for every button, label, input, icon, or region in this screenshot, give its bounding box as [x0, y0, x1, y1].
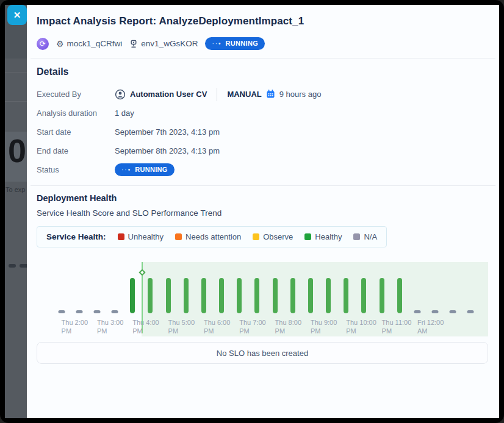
na-dash — [414, 310, 420, 313]
health-bar — [184, 278, 189, 313]
detail-label: End date — [37, 146, 115, 155]
legend-title: Service Health: — [46, 232, 106, 241]
detail-row-start-date: Start date September 7th 2023, 4:13 pm — [37, 123, 489, 141]
na-dash — [58, 310, 65, 313]
detail-label: Start date — [37, 127, 115, 137]
health-bar — [254, 278, 259, 313]
detail-value: ··• RUNNING — [115, 163, 175, 176]
detail-row-end-date: End date September 8th 2023, 4:13 pm — [37, 141, 489, 160]
x-axis-tick-label: Thu 7:00PM — [239, 318, 265, 335]
detail-value: September 8th 2023, 4:13 pm — [115, 146, 220, 155]
slo-empty-state: No SLO has been created — [37, 342, 488, 364]
health-bar — [380, 278, 384, 313]
status-badge: ··• RUNNING — [115, 163, 175, 176]
health-bar — [326, 278, 331, 313]
legend-label: Healthy — [315, 232, 342, 241]
health-bar — [166, 278, 171, 313]
user-icon — [115, 89, 126, 100]
na-dash — [76, 310, 82, 313]
legend-item: Healthy — [304, 232, 342, 241]
legend-item: N/A — [353, 232, 377, 241]
health-bar — [130, 278, 135, 313]
value-divider — [217, 88, 217, 101]
impact-analysis-modal: Impact Analysis Report: AnalyzeDeploymen… — [27, 5, 499, 418]
meta-row: ⟳ ⚙ mock1_qCRfwi env1_wGsKOR ··• — [37, 37, 487, 58]
legend-swatch-icon — [175, 233, 182, 240]
status-badge-label: RUNNING — [226, 40, 258, 47]
x-axis-tick-label: Thu 5:00PM — [168, 318, 195, 335]
backdrop-dash — [20, 264, 27, 268]
health-bar — [219, 278, 224, 313]
screenshot-frame: 0 To exp ✕ Impact Analysis Report: Analy… — [0, 0, 504, 423]
close-icon: ✕ — [13, 10, 21, 21]
backdrop-big-number: 0 — [8, 134, 26, 167]
backdrop-dash — [9, 264, 16, 268]
health-bar — [290, 278, 295, 313]
environment-name: env1_wGsKOR — [141, 39, 198, 48]
na-dash — [432, 310, 439, 313]
legend-items: UnhealthyNeeds attentionObserveHealthyN/… — [118, 232, 378, 241]
detail-label: Analysis duration — [37, 108, 115, 118]
legend-label: N/A — [364, 232, 377, 241]
deployment-health-heading: Deployment Health — [37, 193, 488, 203]
na-dash — [450, 310, 456, 313]
legend-swatch-icon — [118, 233, 124, 240]
x-axis-tick-label: Thu 11:00PM — [382, 318, 412, 335]
legend-label: Observe — [263, 232, 293, 241]
legend-label: Needs attention — [185, 232, 241, 241]
detail-row-status: Status ··• RUNNING — [37, 160, 489, 179]
app-avatar-icon: ⟳ — [37, 38, 49, 50]
health-bar — [201, 278, 206, 313]
environment-meta: env1_wGsKOR — [129, 39, 198, 48]
close-button[interactable]: ✕ — [7, 5, 27, 25]
detail-row-duration: Analysis duration 1 day — [37, 104, 489, 123]
service-health-legend: Service Health: UnhealthyNeeds attention… — [37, 226, 387, 247]
trigger-type: MANUAL — [227, 90, 261, 99]
legend-swatch-icon — [253, 233, 259, 240]
health-bar — [344, 278, 348, 313]
running-dots-icon: ··• — [121, 167, 131, 173]
health-bar — [237, 278, 242, 313]
x-axis-tick-label: Thu 4:00PM — [132, 318, 159, 335]
x-axis-tick-label: Thu 10:00PM — [346, 318, 376, 335]
detail-label: Status — [37, 165, 115, 174]
deployment-health-subtitle: Service Health Score and SLO Performance… — [37, 208, 488, 218]
environment-icon — [129, 40, 138, 48]
service-name: mock1_qCRfwi — [67, 39, 123, 48]
na-dash — [112, 310, 118, 313]
legend-item: Observe — [253, 232, 293, 241]
health-bar — [148, 278, 153, 313]
na-dash — [93, 310, 100, 313]
legend-item: Unhealthy — [118, 232, 164, 241]
health-bar — [308, 278, 313, 313]
backdrop-divider — [5, 101, 27, 102]
detail-row-executed-by: Executed By Automation User CV MANUAL — [37, 85, 489, 104]
health-bar — [361, 278, 366, 313]
x-axis-tick-label: Thu 9:00PM — [311, 318, 337, 335]
x-axis-tick-label: Thu 6:00PM — [204, 318, 230, 335]
detail-value: September 7th 2023, 4:13 pm — [115, 127, 220, 137]
status-badge-label: RUNNING — [135, 166, 167, 173]
details-heading: Details — [37, 66, 489, 77]
health-bar — [273, 278, 278, 313]
detail-label: Executed By — [37, 90, 115, 99]
x-axis-tick-label: Thu 8:00PM — [275, 318, 301, 335]
backdrop-partial-text: To exp — [5, 186, 25, 193]
x-axis-tick-label: Thu 2:00PM — [62, 318, 88, 335]
detail-value: Automation User CV MANUAL 9 hours ago — [115, 88, 321, 101]
backdrop-divider — [5, 72, 27, 73]
legend-item: Needs attention — [175, 232, 241, 241]
executed-by-user: Automation User CV — [130, 90, 207, 99]
modal-header: Impact Analysis Report: AnalyzeDeploymen… — [27, 5, 499, 58]
detail-value: 1 day — [115, 108, 134, 118]
health-chart: Thu 2:00PMThu 3:00PMThu 4:00PMThu 5:00PM… — [37, 255, 488, 336]
dimmed-backdrop: 0 To exp — [5, 5, 27, 418]
legend-label: Unhealthy — [128, 232, 164, 241]
legend-swatch-icon — [353, 233, 360, 240]
legend-swatch-icon — [304, 233, 311, 240]
service-meta: ⚙ mock1_qCRfwi — [56, 39, 122, 48]
details-section: Details Executed By Automation User CV M… — [27, 59, 499, 185]
status-badge: ··• RUNNING — [205, 37, 265, 50]
x-axis-tick-label: Thu 3:00PM — [97, 318, 123, 335]
x-axis-tick-label: Fri 12:00AM — [417, 318, 444, 335]
